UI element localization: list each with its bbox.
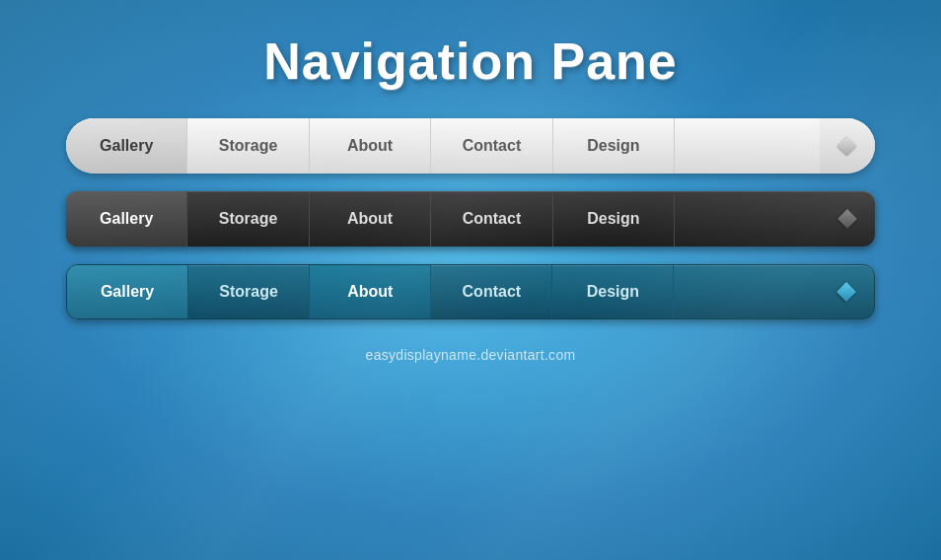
nav-white-storage[interactable]: Storage bbox=[187, 118, 309, 174]
diamond-icon bbox=[837, 136, 857, 156]
nav-blue-spacer bbox=[674, 265, 819, 318]
nav-dark-contact[interactable]: Contact bbox=[431, 191, 552, 246]
nav-bar-blue: Gallery Storage About Contact Design bbox=[66, 264, 875, 319]
nav-blue-dropdown[interactable] bbox=[819, 265, 874, 318]
footer-credit: easydisplayname.deviantart.com bbox=[366, 347, 576, 363]
nav-blue-storage[interactable]: Storage bbox=[188, 265, 310, 318]
nav-blue-design[interactable]: Design bbox=[552, 265, 674, 318]
nav-bar-dark: Gallery Storage About Contact Design bbox=[66, 191, 875, 246]
nav-dark-dropdown[interactable] bbox=[820, 191, 875, 246]
nav-dark-storage[interactable]: Storage bbox=[187, 191, 309, 246]
nav-white-gallery[interactable]: Gallery bbox=[66, 118, 187, 174]
nav-white-dropdown[interactable] bbox=[820, 118, 875, 174]
nav-white-about[interactable]: About bbox=[310, 118, 431, 174]
page-title: Navigation Pane bbox=[263, 32, 678, 91]
diamond-icon bbox=[836, 282, 856, 302]
nav-dark-design[interactable]: Design bbox=[553, 191, 675, 246]
nav-dark-about[interactable]: About bbox=[310, 191, 431, 246]
nav-white-design[interactable]: Design bbox=[553, 118, 675, 174]
nav-dark-spacer bbox=[675, 191, 820, 246]
nav-blue-about[interactable]: About bbox=[310, 265, 431, 318]
nav-white-spacer bbox=[675, 118, 820, 174]
nav-white-contact[interactable]: Contact bbox=[431, 118, 552, 174]
nav-blue-gallery[interactable]: Gallery bbox=[67, 265, 188, 318]
nav-bar-white: Gallery Storage About Contact Design bbox=[66, 118, 875, 174]
nav-dark-gallery[interactable]: Gallery bbox=[66, 191, 187, 246]
nav-container: Gallery Storage About Contact Design Gal… bbox=[66, 118, 875, 319]
diamond-icon bbox=[837, 209, 857, 229]
nav-blue-contact[interactable]: Contact bbox=[431, 265, 552, 318]
